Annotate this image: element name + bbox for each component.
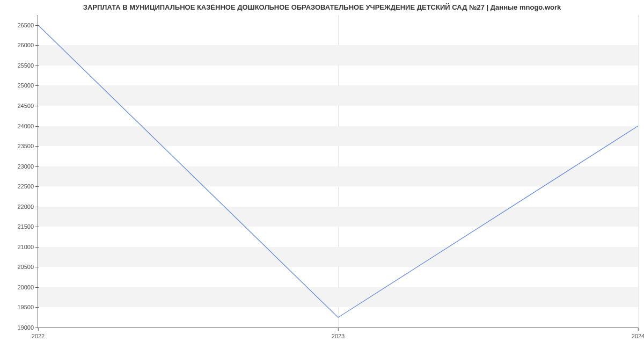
y-tick-label: 23500 — [17, 143, 38, 149]
y-tick-label: 23000 — [17, 163, 38, 170]
y-tick-label: 26000 — [17, 42, 38, 48]
chart-title: ЗАРПЛАТА В МУНИЦИПАЛЬНОЕ КАЗЁННОЕ ДОШКОЛ… — [0, 3, 644, 11]
salary-line — [38, 25, 638, 317]
y-tick-label: 21000 — [17, 244, 38, 250]
y-tick-label: 19500 — [17, 304, 38, 310]
y-tick-label: 22500 — [17, 183, 38, 190]
x-tick-label: 2023 — [332, 328, 345, 339]
y-tick-label: 22000 — [17, 203, 38, 210]
line-series — [38, 15, 638, 328]
y-tick-label: 24000 — [17, 123, 38, 129]
y-tick-label: 24500 — [17, 103, 38, 109]
y-tick-label: 26500 — [17, 22, 38, 28]
y-tick-label: 25000 — [17, 82, 38, 89]
x-gridline — [638, 15, 639, 328]
y-tick-label: 25500 — [17, 62, 38, 69]
y-tick-label: 20500 — [17, 264, 38, 270]
y-tick-label: 20000 — [17, 284, 38, 290]
chart-container: ЗАРПЛАТА В МУНИЦИПАЛЬНОЕ КАЗЁННОЕ ДОШКОЛ… — [0, 0, 644, 349]
plot-area: 1900019500200002050021000215002200022500… — [38, 15, 638, 328]
x-tick-label: 2022 — [32, 328, 45, 339]
y-tick-label: 21500 — [17, 223, 38, 230]
x-tick-label: 2024 — [632, 328, 644, 339]
